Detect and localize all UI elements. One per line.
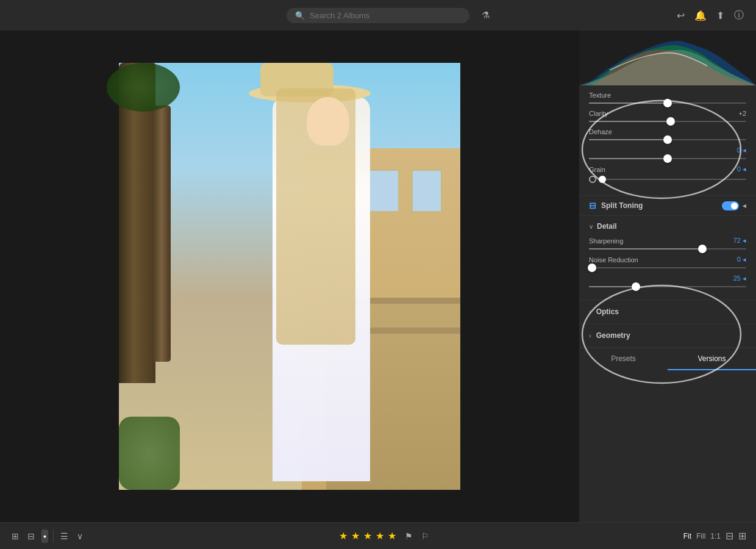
sub-slider-value: 25 ◂ xyxy=(728,274,746,282)
detail-section: ∨ Detail Sharpening 72 ◂ xyxy=(579,216,756,300)
main-content: Texture Clarity +2 xyxy=(0,30,756,522)
photo-area xyxy=(0,30,579,522)
sharpening-thumb[interactable] xyxy=(698,245,707,253)
dehaze-fill xyxy=(589,139,668,140)
noise-reduction-value: 0 ◂ xyxy=(728,256,746,264)
search-input[interactable] xyxy=(310,11,461,20)
star-3[interactable]: ★ xyxy=(363,530,372,542)
split-toning-toggle-group: ◂ xyxy=(722,201,746,210)
single-view-icon[interactable]: ▪ xyxy=(41,529,48,543)
clarity-track[interactable] xyxy=(589,121,746,122)
detail-header[interactable]: ∨ Detail xyxy=(589,222,746,231)
sub-slider-label-row: 25 ◂ xyxy=(589,274,746,282)
noise-reduction-thumb[interactable] xyxy=(588,264,596,272)
top-bar-actions: ↩ 🔔 ⬆ ⓘ xyxy=(677,9,744,22)
detail-collapse-arrow: ∨ xyxy=(589,223,593,230)
undo-icon[interactable]: ↩ xyxy=(677,10,685,21)
top-bar: 🔍 ⚗ ↩ 🔔 ⬆ ⓘ xyxy=(0,0,756,30)
dehaze-label-row: Dehaze xyxy=(589,128,746,135)
presets-tab[interactable]: Presets xyxy=(579,348,668,370)
dehaze-row: Dehaze xyxy=(589,128,746,140)
bottom-bar: ⊞ ⊟ ▪ ☰ ∨ ★ ★ ★ ★ ★ ⚑ ⚐ Fit Fill 1:1 ⊟ ⊞ xyxy=(0,522,756,549)
star-2[interactable]: ★ xyxy=(351,530,360,542)
texture-label: Texture xyxy=(589,92,611,99)
sharpening-value: 72 ◂ xyxy=(728,237,746,245)
bottom-left-controls: ⊞ ⊟ ▪ ☰ ∨ xyxy=(10,529,85,543)
split-toning-icon: ⊟ xyxy=(589,201,596,210)
flag-icon-2[interactable]: ⚐ xyxy=(421,531,429,541)
greenery xyxy=(119,417,180,490)
vignette-thumb[interactable] xyxy=(663,154,672,163)
list-view-icon[interactable]: ☰ xyxy=(59,529,70,543)
sub-slider-thumb[interactable] xyxy=(632,282,640,291)
info-icon[interactable]: ⓘ xyxy=(734,9,744,22)
sharpening-label: Sharpening xyxy=(589,237,623,245)
search-icon: 🔍 xyxy=(295,11,305,20)
detail-label: Detail xyxy=(597,222,617,231)
palm-fronds xyxy=(107,63,180,112)
flag-icon-1[interactable]: ⚑ xyxy=(405,531,413,541)
vignette-row: 0 ◂ xyxy=(589,146,746,159)
clarity-label-row: Clarity +2 xyxy=(589,110,746,117)
clarity-row: Clarity +2 xyxy=(589,110,746,122)
optics-expand-arrow: › xyxy=(589,308,591,315)
bottom-center-controls: ★ ★ ★ ★ ★ ⚑ ⚐ xyxy=(92,530,676,542)
texture-label-row: Texture xyxy=(589,92,746,99)
clarity-label: Clarity xyxy=(589,110,608,117)
clarity-fill xyxy=(589,121,671,122)
bottom-divider xyxy=(53,530,54,542)
dehaze-track[interactable] xyxy=(589,139,746,140)
grid-large-icon[interactable]: ⊞ xyxy=(10,529,21,543)
texture-track[interactable] xyxy=(589,102,746,104)
window-1 xyxy=(412,170,442,212)
sort-dropdown[interactable]: ∨ xyxy=(75,529,85,543)
vignette-value: 0 ◂ xyxy=(728,146,746,154)
photo-scene xyxy=(119,63,460,490)
grain-value: 0 ◂ xyxy=(728,165,746,173)
geometry-expand-arrow: › xyxy=(589,332,591,339)
noise-reduction-track[interactable] xyxy=(589,267,746,268)
split-toning-expand[interactable]: ◂ xyxy=(743,202,746,210)
filter-icon[interactable]: ⚗ xyxy=(482,10,490,21)
geometry-section[interactable]: › Geometry xyxy=(579,324,756,348)
vignette-track[interactable] xyxy=(589,158,746,159)
dehaze-label: Dehaze xyxy=(589,128,612,135)
split-toning-toggle[interactable] xyxy=(722,201,739,210)
vignette-fill xyxy=(589,158,668,159)
bottom-right-controls: Fit Fill 1:1 ⊟ ⊞ xyxy=(683,530,746,542)
sharpening-track[interactable] xyxy=(589,248,746,249)
toggle-knob xyxy=(731,203,738,209)
search-container[interactable]: 🔍 xyxy=(287,8,469,23)
face xyxy=(307,97,349,146)
bell-icon[interactable]: 🔔 xyxy=(694,10,707,21)
effects-sliders-section: Texture Clarity +2 xyxy=(579,85,756,196)
grain-track[interactable] xyxy=(602,179,746,180)
star-5[interactable]: ★ xyxy=(388,530,396,542)
zoom-1to1[interactable]: 1:1 xyxy=(710,532,721,540)
photo-wrapper xyxy=(119,63,460,490)
grain-thumb[interactable] xyxy=(599,176,606,183)
clarity-value: +2 xyxy=(728,110,746,117)
dehaze-thumb[interactable] xyxy=(663,135,672,144)
palm-trunk-right xyxy=(152,106,171,362)
split-icon[interactable]: ⊞ xyxy=(738,530,746,542)
sub-slider-track[interactable] xyxy=(589,286,746,287)
histogram xyxy=(579,30,756,85)
vignette-label-row: 0 ◂ xyxy=(589,146,746,154)
noise-reduction-label: Noise Reduction xyxy=(589,256,638,264)
grid-small-icon[interactable]: ⊟ xyxy=(26,529,37,543)
noise-reduction-label-row: Noise Reduction 0 ◂ xyxy=(589,256,746,264)
optics-section[interactable]: › Optics xyxy=(579,300,756,324)
zoom-fit[interactable]: Fit xyxy=(683,532,691,540)
zoom-fill[interactable]: Fill xyxy=(696,532,705,540)
share-icon[interactable]: ⬆ xyxy=(716,10,724,21)
grain-row: Grain 0 ◂ xyxy=(589,165,746,183)
star-1[interactable]: ★ xyxy=(339,530,348,542)
split-toning-header[interactable]: ⊟ Split Toning ◂ xyxy=(579,196,756,216)
clarity-thumb[interactable] xyxy=(666,117,675,126)
compare-icon[interactable]: ⊟ xyxy=(726,530,733,542)
star-4[interactable]: ★ xyxy=(376,530,384,542)
versions-tab[interactable]: Versions xyxy=(668,348,756,370)
texture-thumb[interactable] xyxy=(663,99,672,107)
optics-title: Optics xyxy=(596,307,619,316)
